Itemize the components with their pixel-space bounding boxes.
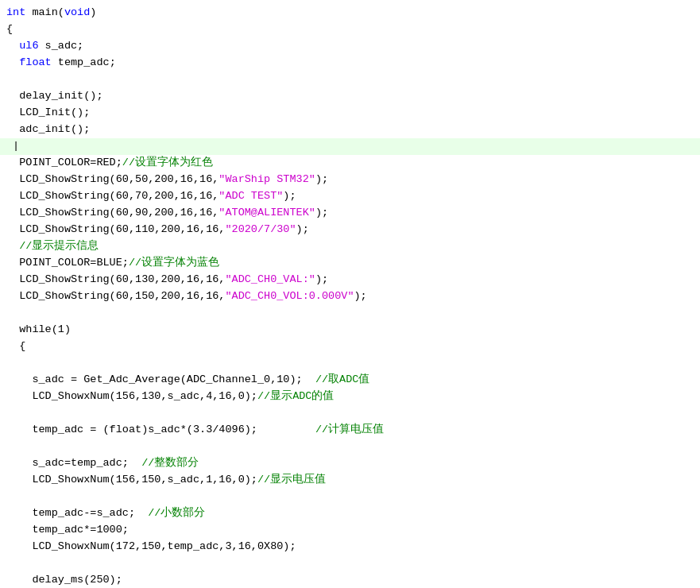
code-segment: | <box>6 138 19 155</box>
code-line <box>0 555 700 572</box>
code-segment: ); <box>296 222 309 238</box>
code-segment: //设置字体为蓝色 <box>129 255 219 272</box>
code-segment: //取ADC值 <box>315 372 370 389</box>
code-segment: temp_adc*=1000; <box>6 522 129 539</box>
code-segment: "ADC_CH0_VOL:0.000V" <box>225 288 354 305</box>
code-segment: "ATOM@ALIENTEK" <box>219 205 315 222</box>
code-segment: ( <box>58 5 64 21</box>
code-segment: delay_ms(250); <box>6 572 122 588</box>
code-line: LCD_ShowxNum(172,150,temp_adc,3,16,0X80)… <box>0 539 700 555</box>
code-line: LCD_ShowxNum(156,130,s_adc,4,16,0);//显示A… <box>0 389 700 405</box>
code-line <box>0 439 700 455</box>
code-line: { <box>0 338 700 355</box>
code-line: LCD_ShowString(60,150,200,16,16,"ADC_CH0… <box>0 288 700 305</box>
code-segment: POINT_COLOR=BLUE; <box>6 255 129 272</box>
code-line: LCD_ShowString(60,50,200,16,16,"WarShip … <box>0 172 700 188</box>
code-segment: s_adc=temp_adc; <box>6 455 141 472</box>
code-line <box>0 489 700 505</box>
code-line: POINT_COLOR=RED;//设置字体为红色 <box>0 155 700 172</box>
code-segment: temp_adc-=s_adc; <box>6 505 148 522</box>
code-segment: //小数部分 <box>148 505 205 522</box>
code-segment: ); <box>315 205 328 222</box>
code-segment: main <box>32 5 57 21</box>
code-segment: delay_init(); <box>6 88 103 105</box>
code-segment: ); <box>283 188 296 205</box>
code-line: LCD_ShowString(60,90,200,16,16,"ATOM@ALI… <box>0 205 700 222</box>
code-segment <box>6 55 19 72</box>
code-line: int main(void) <box>0 5 700 21</box>
code-segment: temp_adc = (float)s_adc*(3.3/4096); <box>6 422 315 439</box>
code-segment: adc_init(); <box>6 122 90 138</box>
code-segment: int <box>6 5 32 21</box>
code-line: adc_init(); <box>0 122 700 138</box>
code-line <box>0 72 700 88</box>
code-line: { <box>0 21 700 38</box>
code-segment: LCD_ShowxNum(156,150,s_adc,1,16,0); <box>6 472 257 489</box>
code-line: temp_adc = (float)s_adc*(3.3/4096); //计算… <box>0 422 700 439</box>
code-segment: "ADC_CH0_VAL:" <box>225 272 315 288</box>
code-line: delay_ms(250); <box>0 572 700 588</box>
code-segment: "WarShip STM32" <box>219 172 315 188</box>
code-segment: //设置字体为红色 <box>122 155 213 172</box>
code-segment: temp_adc; <box>52 55 116 72</box>
code-line: LCD_ShowString(60,130,200,16,16,"ADC_CH0… <box>0 272 700 288</box>
code-line: | <box>0 138 700 155</box>
code-segment: { <box>6 21 13 38</box>
code-line: float temp_adc; <box>0 55 700 72</box>
code-line: LCD_ShowString(60,110,200,16,16,"2020/7/… <box>0 222 700 238</box>
code-segment: ); <box>315 272 328 288</box>
code-line: LCD_Init(); <box>0 105 700 122</box>
code-container: int main(void){ ul6 s_adc; float temp_ad… <box>0 0 700 588</box>
code-segment: LCD_ShowxNum(172,150,temp_adc,3,16,0X80)… <box>6 539 296 555</box>
code-segment: ); <box>354 288 366 305</box>
code-segment: s_adc = Get_Adc_Average(ADC_Channel_0,10… <box>6 372 315 389</box>
code-line <box>0 405 700 422</box>
code-line <box>0 305 700 322</box>
code-line: while(1) <box>0 322 700 338</box>
code-segment: "ADC TEST" <box>219 188 283 205</box>
code-line: //显示提示信息 <box>0 238 700 255</box>
code-segment: LCD_ShowString(60,50,200,16,16, <box>6 172 219 188</box>
code-segment: while(1) <box>6 322 71 338</box>
code-segment: s_adc; <box>39 38 84 55</box>
code-segment: //显示提示信息 <box>6 238 99 255</box>
code-segment: LCD_ShowxNum(156,130,s_adc,4,16,0); <box>6 389 257 405</box>
code-segment: { <box>6 338 25 355</box>
code-line: temp_adc*=1000; <box>0 522 700 539</box>
code-segment: LCD_ShowString(60,130,200,16,16, <box>6 272 225 288</box>
code-line: LCD_ShowxNum(156,150,s_adc,1,16,0);//显示电… <box>0 472 700 489</box>
code-segment: LCD_Init(); <box>6 105 90 122</box>
code-line: s_adc=temp_adc; //整数部分 <box>0 455 700 472</box>
code-segment: LCD_ShowString(60,90,200,16,16, <box>6 205 219 222</box>
code-segment: //显示电压值 <box>257 472 326 489</box>
code-line: delay_init(); <box>0 88 700 105</box>
code-segment: "2020/7/30" <box>225 222 296 238</box>
code-segment: //显示ADC的值 <box>257 389 335 405</box>
code-segment: //计算电压值 <box>315 422 384 439</box>
code-segment: ul6 <box>19 38 38 55</box>
code-line: POINT_COLOR=BLUE;//设置字体为蓝色 <box>0 255 700 272</box>
code-line: ul6 s_adc; <box>0 38 700 55</box>
code-segment: LCD_ShowString(60,70,200,16,16, <box>6 188 219 205</box>
code-line: LCD_ShowString(60,70,200,16,16,"ADC TEST… <box>0 188 700 205</box>
code-segment: void <box>64 5 90 21</box>
code-line: temp_adc-=s_adc; //小数部分 <box>0 505 700 522</box>
code-segment: LCD_ShowString(60,110,200,16,16, <box>6 222 225 238</box>
code-segment: ); <box>315 172 328 188</box>
code-segment <box>6 38 19 55</box>
code-line: s_adc = Get_Adc_Average(ADC_Channel_0,10… <box>0 372 700 389</box>
code-segment: float <box>19 55 52 72</box>
code-segment: LCD_ShowString(60,150,200,16,16, <box>6 288 225 305</box>
code-segment: POINT_COLOR=RED; <box>6 155 122 172</box>
code-segment: ) <box>90 5 96 21</box>
code-line <box>0 355 700 372</box>
code-segment: //整数部分 <box>141 455 199 472</box>
